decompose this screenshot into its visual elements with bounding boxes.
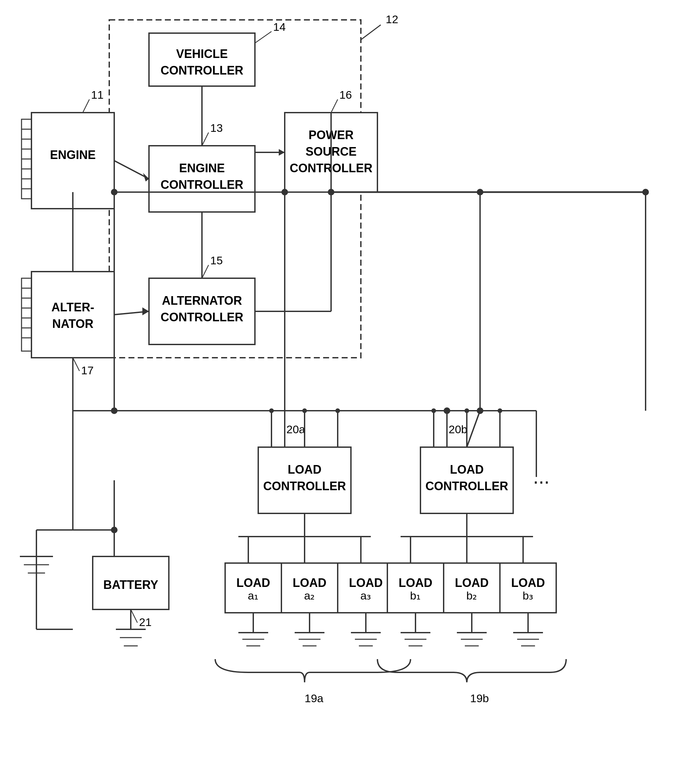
load-b3-label1: LOAD xyxy=(511,576,545,590)
alternator-controller-label: ALTERNATOR xyxy=(162,294,242,307)
engine-controller-label: ENGINE xyxy=(179,161,225,175)
load-b2-label2: b₂ xyxy=(467,589,478,602)
alternator-box xyxy=(32,272,114,358)
ref-14: 14 xyxy=(273,21,286,33)
lca-label2: CONTROLLER xyxy=(263,479,346,493)
group-19b-label: 19b xyxy=(470,692,489,705)
battery-label: BATTERY xyxy=(103,578,158,591)
vehicle-controller-label: VEHICLE xyxy=(176,47,228,61)
load-a3-label1: LOAD xyxy=(349,576,383,590)
load-a1-label1: LOAD xyxy=(236,576,270,590)
load-b1-label2: b₁ xyxy=(410,589,421,602)
ref-11: 11 xyxy=(91,88,104,101)
alternator-label2: NATOR xyxy=(52,317,94,331)
engine-controller-label2: CONTROLLER xyxy=(160,178,243,191)
alternator-controller-label2: CONTROLLER xyxy=(160,310,243,324)
ref-12: 12 xyxy=(386,13,398,26)
load-a2-label1: LOAD xyxy=(293,576,326,590)
vehicle-controller-label2: CONTROLLER xyxy=(160,64,243,77)
ellipsis: ... xyxy=(533,466,550,488)
ref-13: 13 xyxy=(210,122,223,134)
lcb-label1: LOAD xyxy=(450,463,484,476)
ref-16: 16 xyxy=(339,88,352,101)
load-a2-label2: a₂ xyxy=(304,589,315,602)
group-19a-label: 19a xyxy=(305,692,324,705)
diagram-container: 12 VEHICLE CONTROLLER 14 ENGINE CONTROLL… xyxy=(0,0,683,784)
svg-point-77 xyxy=(111,527,117,533)
ref-17: 17 xyxy=(81,364,94,377)
load-a3-label2: a₃ xyxy=(361,589,372,602)
junction-bus-2 xyxy=(477,189,483,195)
junction-psc-bus xyxy=(328,189,334,195)
load-b1-label1: LOAD xyxy=(399,576,432,590)
engine-label: ENGINE xyxy=(50,148,96,162)
ref-20a: 20a xyxy=(286,423,305,435)
lca-label1: LOAD xyxy=(288,463,321,476)
load-b3-label2: b₃ xyxy=(523,589,534,602)
svg-rect-15 xyxy=(21,278,32,351)
load-a1-label2: a₁ xyxy=(248,589,259,602)
alternator-label1: ALTER- xyxy=(51,300,94,314)
load-b2-label1: LOAD xyxy=(455,576,489,590)
ref-21: 21 xyxy=(139,616,152,628)
svg-point-95 xyxy=(642,189,649,195)
ref-20b: 20b xyxy=(449,423,468,435)
lcb-label2: CONTROLLER xyxy=(425,479,508,493)
ref-15: 15 xyxy=(210,254,223,267)
